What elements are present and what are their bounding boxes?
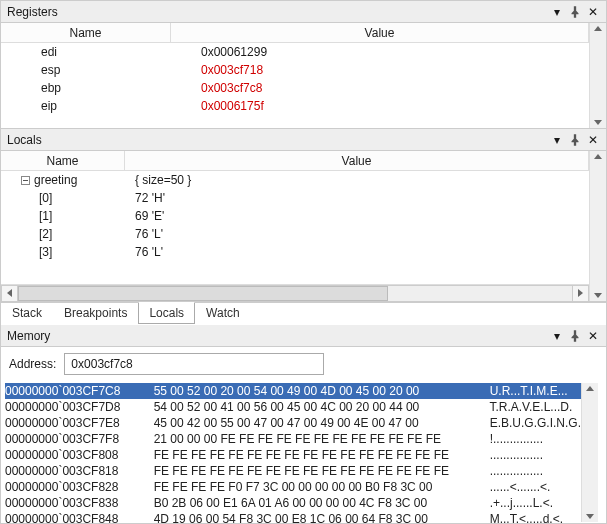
memory-row[interactable]: 00000000`003CF7F8 21 00 00 00 FE FE FE F…	[5, 431, 581, 447]
locals-col-value[interactable]: Value	[125, 151, 589, 170]
close-icon[interactable]: ✕	[586, 329, 600, 343]
locals-col-name[interactable]: Name	[1, 151, 125, 170]
memory-row[interactable]: 00000000`003CF808 FE FE FE FE FE FE FE F…	[5, 447, 581, 463]
pin-icon[interactable]	[568, 5, 582, 19]
locals-row-child[interactable]: [2]76 'L'	[1, 225, 589, 243]
tab-stack[interactable]: Stack	[1, 303, 53, 324]
pin-icon[interactable]	[568, 133, 582, 147]
register-row[interactable]: ebp0x003cf7c8	[1, 79, 589, 97]
memory-row[interactable]: 00000000`003CF828 FE FE FE FE F0 F7 3C 0…	[5, 479, 581, 495]
memory-row[interactable]: 00000000`003CF838 B0 2B 06 00 E1 6A 01 A…	[5, 495, 581, 511]
locals-scrollbar[interactable]	[589, 151, 606, 301]
locals-row-child[interactable]: [3]76 'L'	[1, 243, 589, 261]
register-row[interactable]: edi0x00061299	[1, 43, 589, 61]
address-row: Address:	[1, 347, 606, 383]
registers-panel: Registers ▾ ✕ Name Value edi0x00061299es…	[1, 1, 606, 129]
registers-column-headers: Name Value	[1, 23, 589, 43]
memory-title: Memory	[7, 329, 550, 343]
locals-panel: Locals ▾ ✕ Name Value greeting { size=50…	[1, 129, 606, 302]
memory-view[interactable]: 00000000`003CF7C8 55 00 52 00 20 00 54 0…	[1, 383, 581, 522]
tab-breakpoints[interactable]: Breakpoints	[53, 303, 138, 324]
locals-title: Locals	[7, 133, 550, 147]
register-row[interactable]: esp0x003cf718	[1, 61, 589, 79]
locals-hscrollbar[interactable]	[1, 284, 589, 301]
registers-col-value[interactable]: Value	[171, 23, 589, 42]
locals-column-headers: Name Value	[1, 151, 589, 171]
locals-header: Locals ▾ ✕	[1, 129, 606, 151]
tab-locals[interactable]: Locals	[138, 302, 195, 324]
locals-row-child[interactable]: [1]69 'E'	[1, 207, 589, 225]
registers-body: edi0x00061299esp0x003cf718ebp0x003cf7c8e…	[1, 43, 589, 115]
memory-row[interactable]: 00000000`003CF7D8 54 00 52 00 41 00 56 0…	[5, 399, 581, 415]
dropdown-icon[interactable]: ▾	[550, 133, 564, 147]
scroll-right-button[interactable]	[572, 285, 589, 302]
collapse-icon[interactable]	[21, 176, 30, 185]
registers-scrollbar[interactable]	[589, 23, 606, 128]
registers-title: Registers	[7, 5, 550, 19]
dropdown-icon[interactable]: ▾	[550, 329, 564, 343]
tab-watch[interactable]: Watch	[195, 303, 251, 324]
memory-row[interactable]: 00000000`003CF818 FE FE FE FE FE FE FE F…	[5, 463, 581, 479]
memory-row[interactable]: 00000000`003CF7E8 45 00 42 00 55 00 47 0…	[5, 415, 581, 431]
close-icon[interactable]: ✕	[586, 5, 600, 19]
memory-row[interactable]: 00000000`003CF848 4D 19 06 00 54 F8 3C 0…	[5, 511, 581, 524]
scroll-left-button[interactable]	[1, 285, 18, 302]
tabstrip: StackBreakpointsLocalsWatch	[1, 302, 606, 325]
memory-scrollbar[interactable]	[581, 383, 598, 522]
address-input[interactable]	[64, 353, 324, 375]
locals-root-name: greeting	[34, 173, 77, 187]
memory-row[interactable]: 00000000`003CF7C8 55 00 52 00 20 00 54 0…	[5, 383, 581, 399]
pin-icon[interactable]	[568, 329, 582, 343]
address-label: Address:	[9, 357, 56, 371]
locals-row-child[interactable]: [0]72 'H'	[1, 189, 589, 207]
dropdown-icon[interactable]: ▾	[550, 5, 564, 19]
locals-root-value: { size=50 }	[125, 173, 589, 187]
memory-panel: Memory ▾ ✕ Address: 00000000`003CF7C8 55…	[1, 325, 606, 522]
registers-col-name[interactable]: Name	[1, 23, 171, 42]
locals-row-root[interactable]: greeting { size=50 }	[1, 171, 589, 189]
memory-header: Memory ▾ ✕	[1, 325, 606, 347]
registers-header: Registers ▾ ✕	[1, 1, 606, 23]
close-icon[interactable]: ✕	[586, 133, 600, 147]
register-row[interactable]: eip0x0006175f	[1, 97, 589, 115]
